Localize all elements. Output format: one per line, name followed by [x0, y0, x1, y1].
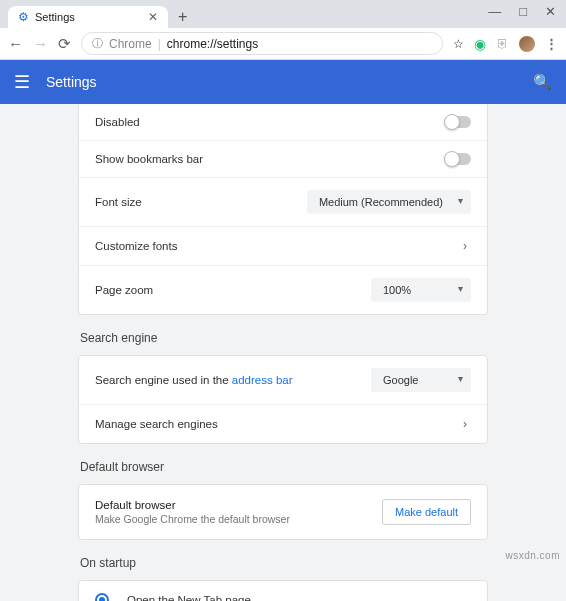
make-default-button[interactable]: Make default [382, 499, 471, 525]
radio-new-tab[interactable] [95, 593, 109, 601]
settings-header: ☰ Settings 🔍 [0, 60, 566, 104]
row-customize-fonts[interactable]: Customize fonts › [79, 227, 487, 266]
window-close[interactable]: ✕ [545, 4, 556, 19]
reload-button[interactable]: ⟳ [58, 35, 71, 53]
default-browser-section-title: Default browser [78, 444, 488, 484]
menu-icon[interactable]: ☰ [14, 71, 30, 93]
font-size-label: Font size [95, 196, 307, 208]
search-engine-label: Search engine used in the address bar [95, 374, 371, 386]
new-tab-button[interactable]: + [168, 8, 197, 26]
shield-icon[interactable]: ⛨ [496, 36, 509, 51]
disabled-toggle[interactable] [445, 116, 471, 128]
startup-section-title: On startup [78, 540, 488, 580]
row-default-browser: Default browser Make Google Chrome the d… [79, 485, 487, 539]
page-title: Settings [46, 74, 97, 90]
chevron-right-icon: › [459, 239, 471, 253]
tab-title: Settings [35, 11, 75, 23]
search-card: Search engine used in the address bar Go… [78, 355, 488, 444]
url-path: chrome://settings [167, 37, 258, 51]
row-startup-newtab[interactable]: Open the New Tab page [79, 581, 487, 601]
chrome-menu-icon[interactable]: ⋮ [545, 36, 558, 51]
manage-search-label: Manage search engines [95, 418, 459, 430]
forward-button[interactable]: → [33, 35, 48, 52]
row-page-zoom[interactable]: Page zoom 100% [79, 266, 487, 314]
default-browser-subtitle: Make Google Chrome the default browser [95, 513, 382, 525]
default-browser-card: Default browser Make Google Chrome the d… [78, 484, 488, 540]
startup-card: Open the New Tab page Continue where you… [78, 580, 488, 601]
customize-fonts-label: Customize fonts [95, 240, 459, 252]
appearance-card: Disabled Show bookmarks bar Font size Me… [78, 104, 488, 315]
tab-settings[interactable]: ⚙ Settings ✕ [8, 6, 168, 28]
search-text-part: Search engine used in the [95, 374, 232, 386]
search-icon[interactable]: 🔍 [533, 73, 552, 91]
browser-toolbar: ← → ⟳ ⓘ Chrome | chrome://settings ☆ ◉ ⛨… [0, 28, 566, 60]
font-size-dropdown[interactable]: Medium (Recommended) [307, 190, 471, 214]
gear-icon: ⚙ [18, 10, 29, 24]
address-bar[interactable]: ⓘ Chrome | chrome://settings [81, 32, 443, 55]
show-bookmarks-toggle[interactable] [445, 153, 471, 165]
extension-icon[interactable]: ◉ [474, 36, 486, 52]
chevron-right-icon: › [459, 417, 471, 431]
page-zoom-dropdown[interactable]: 100% [371, 278, 471, 302]
url-prefix: Chrome [109, 37, 152, 51]
window-maximize[interactable]: □ [519, 4, 527, 19]
bookmark-star-icon[interactable]: ☆ [453, 37, 464, 51]
url-separator: | [158, 37, 161, 51]
startup-opt1-label: Open the New Tab page [127, 594, 471, 601]
row-font-size[interactable]: Font size Medium (Recommended) [79, 178, 487, 227]
row-disabled[interactable]: Disabled [79, 104, 487, 141]
settings-content: Disabled Show bookmarks bar Font size Me… [0, 104, 566, 601]
search-engine-dropdown[interactable]: Google [371, 368, 471, 392]
close-tab-icon[interactable]: ✕ [148, 10, 158, 24]
search-section-title: Search engine [78, 315, 488, 355]
row-show-bookmarks[interactable]: Show bookmarks bar [79, 141, 487, 178]
address-bar-link[interactable]: address bar [232, 374, 293, 386]
site-info-icon[interactable]: ⓘ [92, 36, 103, 51]
back-button[interactable]: ← [8, 35, 23, 52]
watermark: wsxdn.com [505, 550, 560, 561]
profile-avatar[interactable] [519, 36, 535, 52]
tab-strip: ⚙ Settings ✕ + [0, 0, 566, 28]
page-zoom-label: Page zoom [95, 284, 371, 296]
row-search-engine[interactable]: Search engine used in the address bar Go… [79, 356, 487, 405]
default-browser-title: Default browser [95, 499, 382, 511]
row-manage-search[interactable]: Manage search engines › [79, 405, 487, 443]
show-bookmarks-label: Show bookmarks bar [95, 153, 445, 165]
window-minimize[interactable]: — [488, 4, 501, 19]
disabled-label: Disabled [95, 116, 445, 128]
